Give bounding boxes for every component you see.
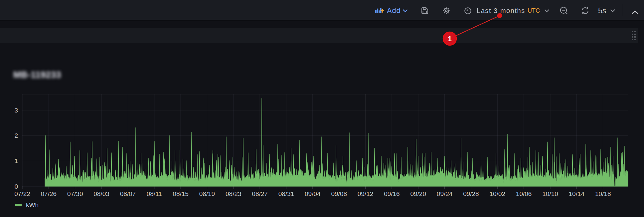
svg-text:1: 1 (448, 35, 452, 43)
